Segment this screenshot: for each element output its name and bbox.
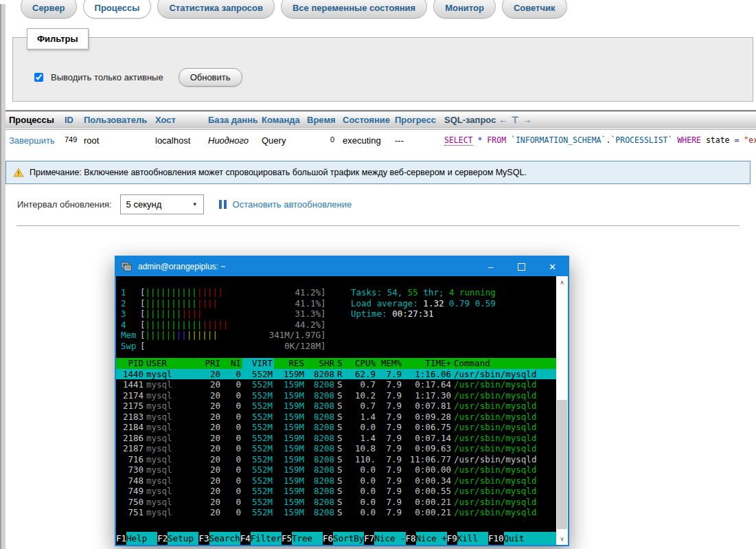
scroll-down-icon[interactable]: ∨ xyxy=(556,533,568,544)
meter-mem: Mem[||||||||||||||341M/1.97G] xyxy=(121,330,331,341)
fkey-f6: F6SortBy xyxy=(323,532,364,545)
frame-resizer[interactable] xyxy=(0,4,5,549)
meter-2: 2[||||||||||||||41.1%] xyxy=(121,298,331,309)
terminal-scrollbar[interactable]: ∧ ∨ xyxy=(556,276,568,545)
tab-monitor[interactable]: Монитор xyxy=(433,0,496,19)
htop-row-2175: 2175mysql200552M159M8208S0.77.90:07.81/u… xyxy=(116,401,556,412)
htop-col-time: TIME+ xyxy=(403,358,453,369)
htop-row-2186: 2186mysql200552M159M8208S1.47.90:07.14/u… xyxy=(116,433,556,444)
htop-row-2174: 2174mysql200552M159M8208S10.27.91:17.30/… xyxy=(116,390,556,401)
tab-query-statistics-label[interactable]: Статистика запросов xyxy=(157,0,275,19)
tab-processes-label[interactable]: Процессы xyxy=(83,0,152,19)
sql-token xyxy=(506,135,511,145)
htop-col-cpu: CPU% xyxy=(348,358,377,369)
tab-advisor[interactable]: Советчик xyxy=(502,0,567,19)
htop-row-1441: 1441mysql200552M159M8208S0.77.90:17.64/u… xyxy=(116,379,556,390)
notice-text: Примечание: Включение автообновления мож… xyxy=(30,168,527,177)
fkey-f7: F7Nice - xyxy=(364,532,405,545)
htop-col-virt: VIRT xyxy=(242,358,274,369)
process-progress: --- xyxy=(391,129,440,148)
col-time[interactable]: Время xyxy=(303,111,339,129)
sql-token: `INFORMATION_SCHEMA` xyxy=(511,135,606,145)
htop-row-1440: 1440mysql200552M159M8208R62.97.91:16.06/… xyxy=(116,369,556,380)
htop-row-751: 751mysql200552M159M8208S0.07.90:00.21/us… xyxy=(116,507,556,518)
process-list-table: Процессы ID Пользователь Хост База данны… xyxy=(0,110,756,148)
process-db: Ниодного xyxy=(204,129,257,148)
tab-advisor-label[interactable]: Советчик xyxy=(502,0,567,19)
process-command: Query xyxy=(257,129,303,148)
scroll-up-icon[interactable]: ∧ xyxy=(556,277,568,288)
fkey-f10: F10Quit xyxy=(488,532,556,545)
pause-icon[interactable] xyxy=(219,200,227,209)
htop-col-command: Command xyxy=(453,358,556,369)
htop-col-res: RES xyxy=(274,358,306,369)
process-id: 749 xyxy=(60,129,80,148)
fkey-f5: F5Tree xyxy=(282,532,323,545)
refresh-button[interactable]: Обновить xyxy=(179,68,242,87)
htop-row-2183: 2183mysql200552M159M8208S1.47.90:09.28/u… xyxy=(116,412,556,423)
fkey-f1: F1Help xyxy=(116,532,157,545)
tab-server-label[interactable]: Сервер xyxy=(21,0,77,19)
server-tabbar: Сервер Процессы Статистика запросов Все … xyxy=(0,0,756,19)
col-host[interactable]: Хост xyxy=(151,111,204,129)
divider xyxy=(16,225,740,226)
putty-window: admin@orangepiplus: ~ – ✕ 1[||||||||||||… xyxy=(115,256,569,546)
cpu-meters: 1[|||||||||||||||41.2%]2[||||||||||||||4… xyxy=(121,287,331,351)
htop-process-table: PIDUSERPRINIVIRTRESSHRSCPU%MEM%TIME+Comm… xyxy=(116,358,556,518)
truncate-toggle-icon[interactable]: ← ⊤ → xyxy=(499,115,533,125)
htop-row-750: 750mysql200552M159M8208S0.07.90:00.21/us… xyxy=(116,497,556,508)
htop-col-user: USER xyxy=(145,358,198,369)
warning-icon xyxy=(13,168,24,177)
col-db[interactable]: База данных xyxy=(204,111,257,129)
col-command[interactable]: Команда xyxy=(257,111,303,129)
tab-monitor-label[interactable]: Монитор xyxy=(433,0,496,19)
htop-col-s: S xyxy=(336,358,348,369)
tab-status-variables-label[interactable]: Все переменные состояния xyxy=(281,0,427,19)
stop-autorefresh-link[interactable]: Остановить автообновление xyxy=(233,199,352,210)
htop-header-row: PIDUSERPRINIVIRTRESSHRSCPU%MEM%TIME+Comm… xyxy=(116,358,556,369)
show-active-checkbox[interactable] xyxy=(34,73,43,82)
process-table-header-row: Процессы ID Пользователь Хост База данны… xyxy=(0,111,756,129)
scrollbar-thumb[interactable] xyxy=(557,400,567,529)
maximize-button[interactable] xyxy=(506,257,537,276)
summary-line: Tasks: 54, 55 thr; 4 running xyxy=(351,287,496,298)
col-progress[interactable]: Прогресс xyxy=(391,111,440,129)
process-user: root xyxy=(80,129,151,148)
htop-row-730: 730mysql200552M159M8208S0.07.90:00.00/us… xyxy=(116,464,556,475)
kill-process-link[interactable]: Завершить xyxy=(9,135,55,146)
col-processes: Процессы xyxy=(0,111,60,129)
filters-fieldset: Фильтры Выводить только активные Обновит… xyxy=(12,37,753,102)
filters-legend: Фильтры xyxy=(27,28,89,49)
sql-token: "executing" xyxy=(744,135,756,145)
tab-server[interactable]: Сервер xyxy=(21,0,77,19)
htop-row-748: 748mysql200552M159M8208S0.07.90:00.34/us… xyxy=(116,475,556,486)
col-id[interactable]: ID xyxy=(60,111,80,129)
tab-query-statistics[interactable]: Статистика запросов xyxy=(157,0,275,19)
process-state: executing xyxy=(339,129,391,148)
col-state[interactable]: Состояние xyxy=(339,111,391,129)
sql-token: WHERE xyxy=(677,135,701,145)
col-user[interactable]: Пользователь xyxy=(80,111,151,129)
autorefresh-notice: Примечание: Включение автообновления мож… xyxy=(5,161,751,184)
window-title: admin@orangepiplus: ~ xyxy=(138,262,225,271)
tab-status-variables[interactable]: Все переменные состояния xyxy=(281,0,427,19)
htop-col-shr: SHR xyxy=(306,358,336,369)
htop-col-pri: PRI xyxy=(198,358,222,369)
putty-icon xyxy=(121,262,133,272)
refresh-interval-select[interactable]: 5 секунд ▼ xyxy=(120,194,204,214)
process-time: 0 xyxy=(303,129,339,148)
tab-processes[interactable]: Процессы xyxy=(83,0,152,19)
col-sql-query: SQL-запрос ← ⊤ → xyxy=(440,111,756,129)
fkey-f8: F8Nice + xyxy=(406,532,447,545)
putty-titlebar[interactable]: admin@orangepiplus: ~ – ✕ xyxy=(116,257,568,276)
fkey-f4: F4Filter xyxy=(240,532,282,545)
sql-token: `PROCESSLIST` xyxy=(610,135,672,145)
minimize-button[interactable]: – xyxy=(475,257,506,276)
process-row: Завершить 749 root localhost Ниодного Qu… xyxy=(0,129,756,148)
process-host: localhost xyxy=(151,129,204,148)
close-button[interactable]: ✕ xyxy=(537,257,568,276)
meter-4: 4[||||||||||||||||44.2%] xyxy=(121,320,331,330)
sql-token: SELECT xyxy=(444,135,473,146)
htop-col-pid: PID xyxy=(116,358,145,369)
htop-row-716: 716mysql200552M159M8208S110.7.911:06.77/… xyxy=(116,454,556,465)
